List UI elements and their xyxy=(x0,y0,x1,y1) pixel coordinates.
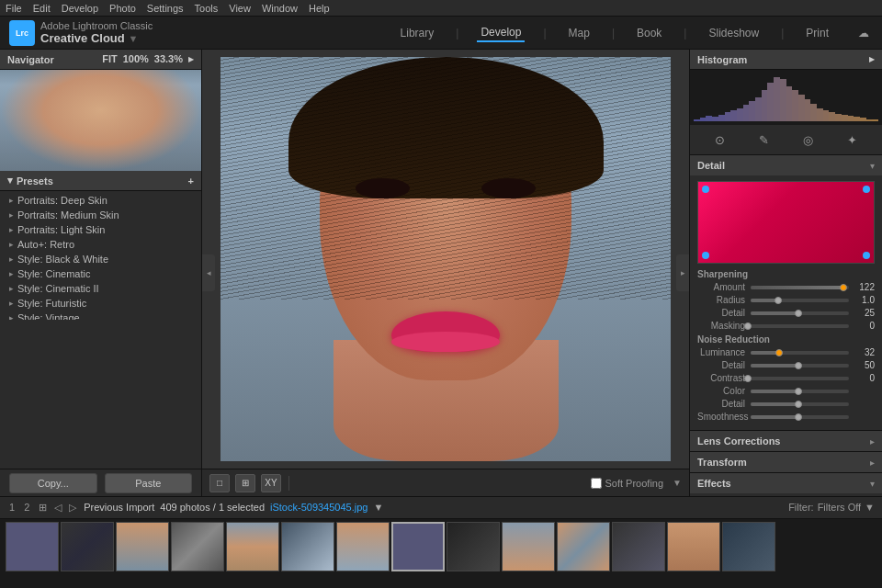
menu-file[interactable]: File xyxy=(6,3,22,14)
tab-library[interactable]: Library xyxy=(397,25,438,41)
tab-slideshow[interactable]: Slideshow xyxy=(705,25,763,41)
film-thumb-13[interactable] xyxy=(667,522,720,571)
detail-s-value: 25 xyxy=(849,308,875,318)
film-thumb-9[interactable] xyxy=(447,522,500,571)
single-view-btn[interactable]: □ xyxy=(209,474,230,492)
preset-style-bw[interactable]: Style: Black & White xyxy=(0,252,201,266)
effects-header[interactable]: Effects xyxy=(690,473,882,493)
film-thumb-7[interactable] xyxy=(336,522,390,571)
preset-auto-retro[interactable]: Auto+: Retro xyxy=(0,237,201,252)
lens-corrections-header[interactable]: Lens Corrections xyxy=(690,431,882,451)
film-thumb-8[interactable] xyxy=(391,522,445,571)
radius-slider[interactable] xyxy=(751,299,849,302)
toolbar-arrow[interactable]: ▼ xyxy=(673,478,682,488)
masking-slider[interactable] xyxy=(751,324,849,328)
copy-button[interactable]: Copy... xyxy=(9,473,97,493)
left-panel-toggle[interactable]: ◂ xyxy=(202,254,215,291)
transform-header[interactable]: Transform xyxy=(690,452,882,472)
nav-zoom100[interactable]: 100% xyxy=(123,53,149,65)
film-thumb-5[interactable] xyxy=(226,522,279,571)
menu-window[interactable]: Window xyxy=(262,3,298,14)
right-panel-toggle[interactable]: ▸ xyxy=(676,254,689,291)
tab-develop[interactable]: Develop xyxy=(477,24,525,42)
histogram-header[interactable]: Histogram xyxy=(690,50,882,70)
preset-portraits-deep[interactable]: Portraits: Deep Skin xyxy=(0,193,201,208)
hist-bar-12 xyxy=(767,83,774,121)
nr-detail-label: Detail xyxy=(697,360,751,370)
nr-detail-slider[interactable] xyxy=(751,364,849,368)
nr-contrast-value: 0 xyxy=(849,373,875,383)
filter-arrow[interactable]: ▼ xyxy=(865,502,875,513)
page-indicator-2[interactable]: 2 xyxy=(22,502,31,513)
grid-ctrl-btn[interactable]: ⊞ xyxy=(37,502,49,514)
nr-color-row: Color xyxy=(697,386,875,396)
effects-section: Effects Post-Crop Vignetting Style Highl… xyxy=(690,473,882,496)
film-thumb-6[interactable] xyxy=(281,522,334,571)
luminance-label: Luminance xyxy=(697,347,751,357)
film-thumb-11[interactable] xyxy=(557,522,610,571)
soft-proofing-toggle[interactable]: Soft Proofing xyxy=(591,478,664,489)
nav-fit[interactable]: FIT xyxy=(102,53,118,65)
tab-map[interactable]: Map xyxy=(565,25,594,41)
presets-header[interactable]: Presets + xyxy=(0,171,201,191)
menu-view[interactable]: View xyxy=(229,3,251,14)
hist-bar-7 xyxy=(737,108,743,121)
preset-style-cinematic[interactable]: Style: Cinematic xyxy=(0,266,201,281)
amount-slider[interactable] xyxy=(751,286,849,289)
histogram-area xyxy=(690,70,882,125)
film-thumb-4[interactable] xyxy=(171,522,224,571)
menu-photo[interactable]: Photo xyxy=(109,3,136,14)
preset-style-cinematic2[interactable]: Style: Cinematic II xyxy=(0,281,201,296)
film-thumb-3[interactable] xyxy=(116,522,169,571)
menu-develop[interactable]: Develop xyxy=(62,3,98,14)
xy-view-btn[interactable]: XY xyxy=(261,474,281,492)
presets-title: Presets xyxy=(17,175,53,187)
preset-portraits-medium[interactable]: Portraits: Medium Skin xyxy=(0,208,201,222)
menu-edit[interactable]: Edit xyxy=(33,3,51,14)
prev-import-label[interactable]: Previous Import xyxy=(84,502,154,513)
film-thumb-12[interactable] xyxy=(612,522,665,571)
preset-arrow xyxy=(9,299,14,308)
film-thumb-14[interactable] xyxy=(722,522,775,571)
film-thumb-10[interactable] xyxy=(502,522,555,571)
nr-color-detail-slider[interactable] xyxy=(751,402,849,406)
tab-book[interactable]: Book xyxy=(633,25,665,41)
filter-value[interactable]: Filters Off xyxy=(818,502,861,513)
preset-portraits-light[interactable]: Portraits: Light Skin xyxy=(0,222,201,237)
navigator-header[interactable]: Navigator FIT 100% 33.3% ▸ xyxy=(0,50,201,70)
luminance-slider[interactable] xyxy=(751,351,849,355)
hist-bar-5 xyxy=(725,112,731,121)
sync-icon[interactable]: ☁ xyxy=(854,25,873,41)
menu-help[interactable]: Help xyxy=(309,3,330,14)
grid-view-btn[interactable]: ⊞ xyxy=(235,474,255,492)
film-thumb-2[interactable] xyxy=(61,522,114,571)
nr-color-slider[interactable] xyxy=(751,390,849,393)
nav-zoom33[interactable]: 33.3% xyxy=(154,53,183,65)
presets-add[interactable]: + xyxy=(188,175,194,187)
detail-header[interactable]: Detail xyxy=(690,155,882,175)
tab-print[interactable]: Print xyxy=(802,25,832,41)
next-btn[interactable]: ▷ xyxy=(67,502,78,514)
preset-style-futuristic[interactable]: Style: Futuristic xyxy=(0,296,201,311)
detail-slider[interactable] xyxy=(751,311,849,315)
prev-btn[interactable]: ◁ xyxy=(52,502,63,514)
nr-smooth-slider[interactable] xyxy=(751,415,849,419)
page-indicator-1[interactable]: 1 xyxy=(7,502,17,513)
film-thumb-1[interactable] xyxy=(6,522,59,571)
soft-proofing-checkbox[interactable] xyxy=(591,478,602,489)
tool-adjust[interactable]: ✦ xyxy=(842,129,864,151)
tool-healing[interactable]: ✎ xyxy=(752,129,775,151)
hist-bar-25 xyxy=(848,116,854,121)
navigator-title: Navigator xyxy=(7,54,54,65)
paste-button[interactable]: Paste xyxy=(105,473,193,493)
noise-reduction-label: Noise Reduction xyxy=(697,334,875,345)
nr-color-detail-row: Detail xyxy=(697,399,875,409)
filename-arrow[interactable]: ▼ xyxy=(373,502,383,513)
menu-tools[interactable]: Tools xyxy=(195,3,219,14)
copy-paste-bar: Copy... Paste xyxy=(0,469,201,496)
menu-settings[interactable]: Settings xyxy=(147,3,184,14)
nr-contrast-slider[interactable] xyxy=(751,377,849,380)
preset-style-vintage[interactable]: Style: Vintage xyxy=(0,311,201,320)
tool-crop[interactable]: ⊙ xyxy=(708,129,730,151)
tool-radial[interactable]: ◎ xyxy=(797,129,820,151)
